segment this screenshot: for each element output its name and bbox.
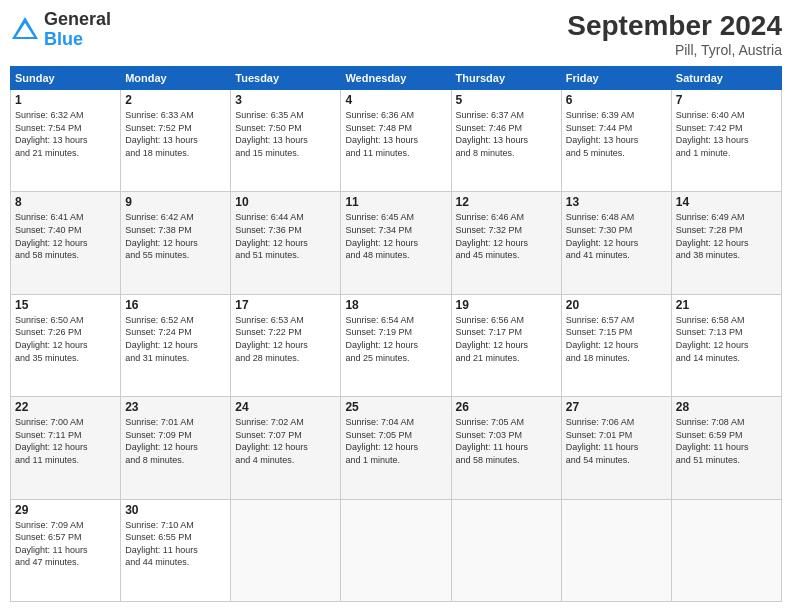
day-info: Sunrise: 6:37 AM Sunset: 7:46 PM Dayligh… [456,109,557,159]
day-number: 7 [676,93,777,107]
header-tuesday: Tuesday [231,67,341,90]
day-info: Sunrise: 6:45 AM Sunset: 7:34 PM Dayligh… [345,211,446,261]
day-number: 15 [15,298,116,312]
days-header-row: Sunday Monday Tuesday Wednesday Thursday… [11,67,782,90]
day-number: 14 [676,195,777,209]
calendar-row: 15Sunrise: 6:50 AM Sunset: 7:26 PM Dayli… [11,294,782,396]
calendar-row: 1Sunrise: 6:32 AM Sunset: 7:54 PM Daylig… [11,90,782,192]
day-info: Sunrise: 7:01 AM Sunset: 7:09 PM Dayligh… [125,416,226,466]
day-number: 19 [456,298,557,312]
calendar-cell: 27Sunrise: 7:06 AM Sunset: 7:01 PM Dayli… [561,397,671,499]
day-number: 27 [566,400,667,414]
calendar-cell: 24Sunrise: 7:02 AM Sunset: 7:07 PM Dayli… [231,397,341,499]
calendar-cell: 12Sunrise: 6:46 AM Sunset: 7:32 PM Dayli… [451,192,561,294]
day-number: 1 [15,93,116,107]
day-number: 29 [15,503,116,517]
day-number: 11 [345,195,446,209]
calendar-cell: 16Sunrise: 6:52 AM Sunset: 7:24 PM Dayli… [121,294,231,396]
calendar-cell: 14Sunrise: 6:49 AM Sunset: 7:28 PM Dayli… [671,192,781,294]
calendar-cell: 19Sunrise: 6:56 AM Sunset: 7:17 PM Dayli… [451,294,561,396]
calendar-cell: 21Sunrise: 6:58 AM Sunset: 7:13 PM Dayli… [671,294,781,396]
day-number: 28 [676,400,777,414]
day-info: Sunrise: 6:41 AM Sunset: 7:40 PM Dayligh… [15,211,116,261]
day-info: Sunrise: 6:54 AM Sunset: 7:19 PM Dayligh… [345,314,446,364]
day-info: Sunrise: 7:04 AM Sunset: 7:05 PM Dayligh… [345,416,446,466]
day-number: 20 [566,298,667,312]
title-block: September 2024 Pill, Tyrol, Austria [567,10,782,58]
calendar-cell: 13Sunrise: 6:48 AM Sunset: 7:30 PM Dayli… [561,192,671,294]
header-thursday: Thursday [451,67,561,90]
calendar-row: 29Sunrise: 7:09 AM Sunset: 6:57 PM Dayli… [11,499,782,601]
day-info: Sunrise: 6:49 AM Sunset: 7:28 PM Dayligh… [676,211,777,261]
calendar-cell: 15Sunrise: 6:50 AM Sunset: 7:26 PM Dayli… [11,294,121,396]
day-info: Sunrise: 7:08 AM Sunset: 6:59 PM Dayligh… [676,416,777,466]
calendar-cell: 10Sunrise: 6:44 AM Sunset: 7:36 PM Dayli… [231,192,341,294]
calendar-cell: 25Sunrise: 7:04 AM Sunset: 7:05 PM Dayli… [341,397,451,499]
month-title: September 2024 [567,10,782,42]
calendar-cell: 20Sunrise: 6:57 AM Sunset: 7:15 PM Dayli… [561,294,671,396]
calendar-cell: 5Sunrise: 6:37 AM Sunset: 7:46 PM Daylig… [451,90,561,192]
calendar-row: 22Sunrise: 7:00 AM Sunset: 7:11 PM Dayli… [11,397,782,499]
day-info: Sunrise: 7:09 AM Sunset: 6:57 PM Dayligh… [15,519,116,569]
day-info: Sunrise: 6:44 AM Sunset: 7:36 PM Dayligh… [235,211,336,261]
calendar-cell: 7Sunrise: 6:40 AM Sunset: 7:42 PM Daylig… [671,90,781,192]
calendar-cell: 30Sunrise: 7:10 AM Sunset: 6:55 PM Dayli… [121,499,231,601]
logo-text: General Blue [44,10,111,50]
day-number: 10 [235,195,336,209]
day-number: 17 [235,298,336,312]
day-number: 23 [125,400,226,414]
logo-general: General [44,10,111,30]
day-number: 30 [125,503,226,517]
calendar-cell: 22Sunrise: 7:00 AM Sunset: 7:11 PM Dayli… [11,397,121,499]
header-friday: Friday [561,67,671,90]
day-number: 18 [345,298,446,312]
day-number: 5 [456,93,557,107]
day-number: 26 [456,400,557,414]
calendar-cell: 29Sunrise: 7:09 AM Sunset: 6:57 PM Dayli… [11,499,121,601]
header-saturday: Saturday [671,67,781,90]
day-info: Sunrise: 6:40 AM Sunset: 7:42 PM Dayligh… [676,109,777,159]
day-number: 9 [125,195,226,209]
header: General Blue September 2024 Pill, Tyrol,… [10,10,782,58]
logo-blue: Blue [44,30,111,50]
day-info: Sunrise: 6:48 AM Sunset: 7:30 PM Dayligh… [566,211,667,261]
day-info: Sunrise: 7:10 AM Sunset: 6:55 PM Dayligh… [125,519,226,569]
day-info: Sunrise: 6:46 AM Sunset: 7:32 PM Dayligh… [456,211,557,261]
day-info: Sunrise: 6:32 AM Sunset: 7:54 PM Dayligh… [15,109,116,159]
day-info: Sunrise: 6:53 AM Sunset: 7:22 PM Dayligh… [235,314,336,364]
day-info: Sunrise: 6:58 AM Sunset: 7:13 PM Dayligh… [676,314,777,364]
calendar-table: Sunday Monday Tuesday Wednesday Thursday… [10,66,782,602]
calendar-cell [231,499,341,601]
day-number: 12 [456,195,557,209]
day-info: Sunrise: 7:00 AM Sunset: 7:11 PM Dayligh… [15,416,116,466]
calendar-cell [341,499,451,601]
calendar-cell: 26Sunrise: 7:05 AM Sunset: 7:03 PM Dayli… [451,397,561,499]
day-number: 24 [235,400,336,414]
calendar-cell [561,499,671,601]
calendar-cell: 9Sunrise: 6:42 AM Sunset: 7:38 PM Daylig… [121,192,231,294]
day-number: 13 [566,195,667,209]
calendar-cell: 11Sunrise: 6:45 AM Sunset: 7:34 PM Dayli… [341,192,451,294]
day-info: Sunrise: 6:56 AM Sunset: 7:17 PM Dayligh… [456,314,557,364]
day-number: 2 [125,93,226,107]
day-info: Sunrise: 7:06 AM Sunset: 7:01 PM Dayligh… [566,416,667,466]
calendar-cell: 4Sunrise: 6:36 AM Sunset: 7:48 PM Daylig… [341,90,451,192]
calendar-cell: 3Sunrise: 6:35 AM Sunset: 7:50 PM Daylig… [231,90,341,192]
logo-icon [10,15,40,45]
day-info: Sunrise: 6:50 AM Sunset: 7:26 PM Dayligh… [15,314,116,364]
day-info: Sunrise: 6:35 AM Sunset: 7:50 PM Dayligh… [235,109,336,159]
calendar-row: 8Sunrise: 6:41 AM Sunset: 7:40 PM Daylig… [11,192,782,294]
day-info: Sunrise: 6:36 AM Sunset: 7:48 PM Dayligh… [345,109,446,159]
calendar-cell: 2Sunrise: 6:33 AM Sunset: 7:52 PM Daylig… [121,90,231,192]
calendar-cell: 8Sunrise: 6:41 AM Sunset: 7:40 PM Daylig… [11,192,121,294]
day-number: 3 [235,93,336,107]
calendar-cell: 6Sunrise: 6:39 AM Sunset: 7:44 PM Daylig… [561,90,671,192]
day-number: 16 [125,298,226,312]
day-number: 21 [676,298,777,312]
logo: General Blue [10,10,111,50]
header-monday: Monday [121,67,231,90]
day-info: Sunrise: 6:33 AM Sunset: 7:52 PM Dayligh… [125,109,226,159]
header-wednesday: Wednesday [341,67,451,90]
calendar-cell: 17Sunrise: 6:53 AM Sunset: 7:22 PM Dayli… [231,294,341,396]
location: Pill, Tyrol, Austria [567,42,782,58]
